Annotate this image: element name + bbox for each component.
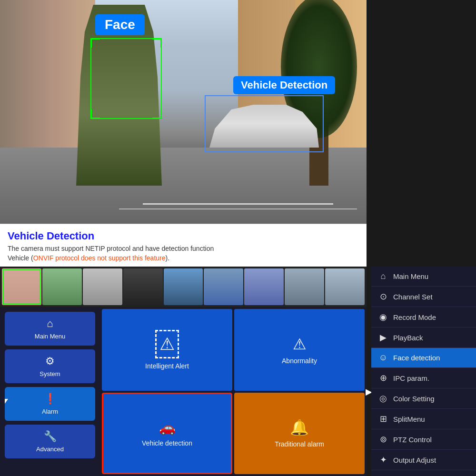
- menu-item-face-detection[interactable]: ☺Face detection: [371, 348, 476, 368]
- system-label: System: [40, 370, 60, 377]
- menu-item-ptz-control[interactable]: ⊚PTZ Control: [371, 429, 476, 450]
- menu-item-ipc-param[interactable]: ⊕IPC param.: [371, 368, 476, 388]
- sidebar-alarm[interactable]: ❗ Alarm ▶: [5, 387, 95, 421]
- info-line2-highlight: ONVIF protocol does not support this fea…: [33, 254, 166, 262]
- abnormality-label: Abnormality: [282, 357, 317, 365]
- thumbnails-strip: [0, 267, 367, 307]
- sidebar-system[interactable]: ⚙ System: [5, 349, 95, 383]
- road-line: [143, 203, 333, 205]
- menu-item-color-setting[interactable]: ◎Color Setting: [371, 388, 476, 409]
- grid-abnormality[interactable]: ⚠ Abnormality: [234, 309, 365, 391]
- menu-label-record-mode: Record Mode: [393, 313, 436, 321]
- gear-icon: ⚙: [45, 355, 55, 367]
- face-label: Face: [95, 14, 145, 35]
- menu-icon-split-menu: ⊞: [378, 414, 388, 424]
- menu-label-split-menu: SplitMenu: [393, 415, 425, 423]
- menu-icon-output-adjust: ✦: [378, 455, 388, 465]
- thumb-2[interactable]: [42, 268, 82, 305]
- thumb-overlay-1: [3, 269, 40, 304]
- right-sidebar-menu: ⌂Main Menu⊙Channel Set◉Record Mode▶PlayB…: [371, 267, 476, 476]
- alarm-icon: ❗: [44, 393, 57, 405]
- thumb-1[interactable]: [2, 268, 41, 305]
- face-box-corner-tl: [90, 38, 100, 48]
- grid-traditional-alarm[interactable]: 🔔 Traditional alarm: [234, 393, 365, 475]
- info-panel: Vehicle Detection The camera must suppor…: [0, 224, 367, 267]
- menu-label-playback: PlayBack: [393, 334, 423, 342]
- sidebar-main-menu[interactable]: ⌂ Main Menu: [5, 312, 95, 346]
- thumb-blue-5: [325, 268, 365, 305]
- menu-label-ipc-param: IPC param.: [393, 374, 429, 382]
- face-box-corner-tr: [152, 38, 162, 48]
- thumb-face-2: [42, 268, 82, 305]
- menu-label-ptz-control: PTZ Control: [393, 436, 432, 444]
- grid-area: ⚠ Intelligent Alert ⚠ Abnormality 🚗 Vehi…: [100, 307, 367, 476]
- menu-label-channel-set: Channel Set: [393, 293, 433, 301]
- menu-label-main-menu: Main Menu: [393, 272, 428, 280]
- sidebar-advanced[interactable]: 🔧 Advanced: [5, 425, 95, 458]
- wrench-icon: 🔧: [44, 430, 57, 443]
- menu-icon-ptz-control: ⊚: [378, 434, 388, 445]
- alert-icon: ⚠: [155, 330, 179, 358]
- vehicle-detection-label: Vehicle detection: [142, 439, 192, 447]
- abnormality-icon: ⚠: [293, 335, 307, 353]
- grid-intelligent-alert[interactable]: ⚠ Intelligent Alert: [102, 309, 232, 391]
- thumb-dark-1: [123, 268, 163, 305]
- info-text: The camera must support NETIP protocol a…: [8, 244, 359, 263]
- main-menu-label: Main Menu: [35, 333, 65, 340]
- grid-vehicle-detection[interactable]: 🚗 Vehicle detection: [102, 393, 232, 475]
- menu-icon-record-mode: ◉: [378, 312, 388, 322]
- main-area: ⌂ Main Menu ⚙ System ❗ Alarm ▶ 🔧 Advance…: [0, 307, 367, 476]
- thumb-6[interactable]: [204, 268, 243, 305]
- traditional-alarm-label: Traditional alarm: [275, 440, 324, 448]
- home-icon: ⌂: [47, 317, 53, 330]
- thumb-5[interactable]: [164, 268, 203, 305]
- menu-icon-face-detection: ☺: [378, 353, 388, 363]
- face-box-corner-bl: [90, 109, 100, 119]
- road-line2: [119, 208, 357, 209]
- thumb-9[interactable]: [325, 268, 365, 305]
- thumb-blue-1: [164, 268, 203, 305]
- thumb-3[interactable]: [83, 268, 122, 305]
- face-box-corner-br: [152, 109, 162, 119]
- thumb-blue-3: [244, 268, 284, 305]
- menu-item-playback[interactable]: ▶PlayBack: [371, 327, 476, 348]
- menu-label-output-adjust: Output Adjust: [393, 456, 436, 464]
- menu-label-color-setting: Color Setting: [393, 395, 435, 403]
- menu-icon-color-setting: ◎: [378, 393, 388, 404]
- menu-item-main-menu[interactable]: ⌂Main Menu: [371, 267, 476, 287]
- thumb-7[interactable]: [244, 268, 284, 305]
- info-line1: The camera must support NETIP protocol a…: [8, 245, 214, 252]
- menu-icon-main-menu: ⌂: [378, 271, 388, 281]
- menu-item-record-mode[interactable]: ◉Record Mode: [371, 307, 476, 327]
- alarm-label: Alarm: [42, 408, 58, 415]
- intelligent-alert-label: Intelligent Alert: [145, 362, 189, 370]
- thumb-8[interactable]: [285, 268, 324, 305]
- menu-icon-channel-set: ⊙: [378, 291, 388, 302]
- menu-label-face-detection: Face detection: [393, 354, 440, 362]
- info-title: Vehicle Detection: [8, 230, 359, 242]
- advanced-label: Advanced: [36, 446, 64, 453]
- camera-view: Face Vehicle Detection: [0, 0, 367, 224]
- info-line2-suffix: ).: [166, 254, 170, 262]
- menu-item-netdetect[interactable]: ⊛NetDetect: [371, 470, 476, 476]
- mouse-cursor: [5, 399, 8, 404]
- left-sidebar: ⌂ Main Menu ⚙ System ❗ Alarm ▶ 🔧 Advance…: [0, 307, 100, 476]
- info-line2-prefix: Vehicle (: [8, 254, 33, 262]
- menu-item-output-adjust[interactable]: ✦Output Adjust: [371, 450, 476, 470]
- face-detection-box: [90, 38, 162, 119]
- traditional-alarm-icon: 🔔: [290, 418, 309, 436]
- menu-item-split-menu[interactable]: ⊞SplitMenu: [371, 409, 476, 429]
- thumb-blue-2: [204, 268, 243, 305]
- thumb-4[interactable]: [123, 268, 163, 305]
- vehicle-icon: 🚗: [159, 420, 176, 436]
- thumb-car-1: [83, 268, 122, 305]
- menu-item-channel-set[interactable]: ⊙Channel Set: [371, 287, 476, 307]
- thumb-blue-4: [285, 268, 324, 305]
- menu-icon-playback: ▶: [378, 332, 388, 343]
- menu-icon-ipc-param: ⊕: [378, 373, 388, 383]
- vehicle-label: Vehicle Detection: [233, 76, 335, 94]
